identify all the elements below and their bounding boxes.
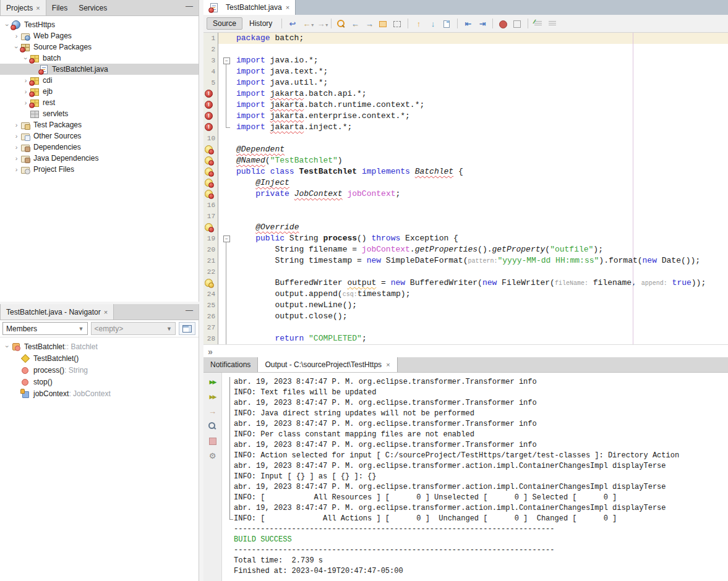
fold-toggle-icon[interactable] [218, 55, 234, 66]
rect-select-icon[interactable] [391, 18, 404, 30]
highlight-icon[interactable] [377, 18, 390, 30]
output-log[interactable]: abr. 19, 2023 8:47:47 P. M. org.eclipse.… [222, 373, 728, 581]
code-text[interactable]: BufferedWriter output = new BufferedWrit… [234, 278, 728, 289]
close-icon[interactable]: × [104, 308, 108, 316]
gutter-cell[interactable] [203, 177, 218, 189]
rerun-goals-icon[interactable] [207, 392, 218, 401]
tree-item-stop[interactable]: stop() [0, 376, 199, 388]
gutter-cell[interactable]: 17 [203, 211, 218, 222]
expander-icon[interactable]: › [12, 166, 20, 173]
code-text[interactable]: import jakarta.inject.*; [234, 122, 728, 133]
code-text[interactable]: @Override [234, 222, 728, 233]
gutter-cell[interactable]: 2 [203, 44, 218, 55]
gutter-cell[interactable]: 26 [203, 311, 218, 322]
code-text[interactable]: private JobContext jobContext; [234, 189, 728, 200]
code-text[interactable]: @Inject [234, 177, 728, 189]
close-icon[interactable]: × [36, 4, 40, 12]
breadcrumb-expand-icon[interactable]: » [208, 347, 213, 357]
expander-icon[interactable]: › [12, 122, 20, 129]
expander-icon[interactable]: › [4, 21, 11, 29]
expander-icon[interactable]: › [12, 144, 20, 151]
error-badge-icon[interactable] [205, 123, 213, 131]
tree-item-testbatchlet-java[interactable]: TestBatchlet.java [0, 64, 199, 75]
code-text[interactable] [234, 200, 728, 211]
fold-toggle-icon[interactable] [218, 233, 234, 244]
expander-icon[interactable]: › [22, 54, 29, 62]
expander-icon[interactable]: › [12, 33, 20, 40]
expander-icon[interactable]: › [12, 133, 20, 140]
code-text[interactable]: output.close(); [234, 311, 728, 322]
tree-item-testbatchlet[interactable]: ›TestBatchlet :: Batchlet [0, 341, 199, 352]
gutter-cell[interactable]: 24 [203, 289, 218, 300]
rerun-icon[interactable] [207, 377, 218, 386]
gutter-cell[interactable] [203, 189, 218, 200]
shift-left-icon[interactable] [461, 18, 474, 30]
gutter-cell[interactable]: 10 [203, 133, 218, 144]
tab-projects[interactable]: Projects × [0, 0, 46, 15]
find-prev-icon[interactable] [348, 18, 361, 30]
tab-notifications[interactable]: Notifications [203, 357, 257, 372]
tree-item-other-sources[interactable]: ›Other Sources [0, 130, 199, 142]
code-text[interactable]: String filename = jobContext.getProperti… [234, 244, 728, 255]
code-text[interactable]: import java.text.*; [234, 66, 728, 77]
tree-item-batch[interactable]: ›batch [0, 53, 199, 64]
hint-error-icon[interactable] [205, 168, 213, 176]
code-text[interactable]: package batch; [234, 33, 728, 44]
gutter-cell[interactable] [203, 88, 218, 100]
gutter-cell[interactable] [203, 222, 218, 233]
gutter-cell[interactable]: 28 [203, 333, 218, 344]
gutter-cell[interactable]: 5 [203, 77, 218, 88]
tree-item-java-dependencies[interactable]: ›Java Dependencies [0, 153, 199, 164]
gutter-cell[interactable]: 1 [203, 33, 218, 44]
hint-error-icon[interactable] [205, 190, 213, 198]
code-text[interactable] [234, 133, 728, 144]
tree-item-rest[interactable]: ›rest [0, 97, 199, 108]
tree-item-test-packages[interactable]: ›Test Packages [0, 119, 199, 130]
gutter-cell[interactable]: 19 [203, 233, 218, 244]
tree-item-source-packages[interactable]: ›Source Packages [0, 41, 199, 53]
minimize-icon[interactable]: — [186, 2, 193, 11]
hint-error-icon[interactable] [205, 156, 213, 164]
comment-icon[interactable] [532, 18, 545, 30]
find-icon[interactable] [335, 18, 347, 30]
hint-error-icon[interactable] [205, 145, 213, 153]
gutter-cell[interactable] [203, 166, 218, 177]
minimize-icon[interactable]: — [186, 306, 193, 315]
tree-item-ejb[interactable]: ›ejb [0, 86, 199, 97]
code-text[interactable]: return "COMPLETED"; [234, 333, 728, 344]
history-view-button[interactable]: History [244, 18, 278, 29]
record-macro-icon[interactable] [497, 18, 510, 30]
gutter-cell[interactable] [203, 111, 218, 122]
hint-warning-icon[interactable] [205, 279, 213, 287]
uncomment-icon[interactable] [546, 18, 559, 30]
gutter-cell[interactable]: 3 [203, 55, 218, 66]
error-badge-icon[interactable] [205, 112, 213, 120]
last-edit-icon[interactable] [286, 18, 299, 30]
code-text[interactable]: import java.io.*; [234, 55, 728, 66]
gutter-cell[interactable] [203, 278, 218, 289]
code-area[interactable]: 1package batch;23import java.io.*;4impor… [203, 33, 728, 344]
options-icon[interactable] [207, 451, 218, 460]
tree-item-servlets[interactable]: servlets [0, 108, 199, 119]
tab-services[interactable]: Services [73, 0, 113, 15]
gutter-cell[interactable]: 27 [203, 322, 218, 333]
gutter-cell[interactable] [203, 144, 218, 155]
code-text[interactable]: public class TestBatchlet implements Bat… [234, 166, 728, 177]
resume-icon[interactable] [207, 407, 218, 416]
editor-tab-testbatchlet[interactable]: TestBatchlet.java × [203, 0, 296, 15]
error-badge-icon[interactable] [205, 101, 213, 109]
find-next-icon[interactable] [362, 18, 375, 30]
gutter-cell[interactable] [203, 155, 218, 166]
code-text[interactable] [234, 266, 728, 278]
stop-macro-icon[interactable] [511, 18, 524, 30]
tab-files[interactable]: Files [46, 0, 73, 15]
show-inherited-button[interactable] [179, 322, 195, 335]
close-icon[interactable]: × [286, 4, 289, 11]
gutter-cell[interactable] [203, 100, 218, 111]
code-text[interactable]: import jakarta.enterprise.context.*; [234, 111, 728, 122]
code-text[interactable]: @Dependent [234, 144, 728, 155]
code-text[interactable] [234, 44, 728, 55]
gutter-cell[interactable]: 20 [203, 244, 218, 255]
toggle-bookmark-icon[interactable] [440, 18, 453, 30]
gutter-cell[interactable] [203, 122, 218, 133]
